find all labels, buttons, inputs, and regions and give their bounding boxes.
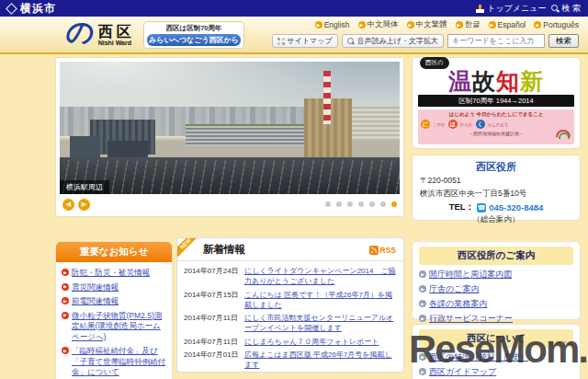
carousel-dots xyxy=(325,201,397,207)
carousel-dot[interactable] xyxy=(380,201,386,207)
rss-link[interactable]: RSS xyxy=(369,246,396,255)
lang-korean[interactable]: ▶ 한글 xyxy=(456,19,481,30)
link-label: 庁舎のご案内 xyxy=(429,284,479,295)
news-link[interactable]: こんにちは 区長です！（平成26年7月）を掲載しました xyxy=(244,290,397,310)
photo-radio-tower xyxy=(323,71,331,124)
keyword-search-input[interactable] xyxy=(447,34,545,48)
lang-spanish[interactable]: ▶ Español xyxy=(489,20,526,29)
arrow-icon: ▶ xyxy=(419,368,426,375)
arrow-icon: ▶ xyxy=(62,312,69,319)
office-address: 横浜市西区中央一丁目5番10号 xyxy=(420,189,572,200)
carousel-dot[interactable] xyxy=(358,201,364,207)
sitemap-button[interactable]: サイトマップ xyxy=(272,34,338,48)
keyword-search-button[interactable]: 検索 xyxy=(548,34,579,48)
arrow-icon: ▶ xyxy=(489,21,496,29)
news-link[interactable]: にしく市民活動支援センターリニューアルオープンイベントを開催します xyxy=(244,313,397,333)
top-search-button[interactable]: 検 索 xyxy=(551,3,581,15)
plan-subtitle: ～西区地域福祉保健計画～ xyxy=(421,131,571,136)
news-item: 2014年07月15日 こんにちは 区長です！（平成26年7月）を掲載しました xyxy=(184,290,397,310)
photo-rail-tracks xyxy=(60,160,400,194)
plan-circle: に xyxy=(421,120,430,129)
arrow-icon: ▶ xyxy=(419,315,426,322)
anniversary-badge[interactable]: 西区は区制70周年 みらいへつなごう西区から xyxy=(143,21,244,49)
important-link[interactable]: ▶ 「臨時福祉給付金」及び「子育て世帯臨時特例給付金」について xyxy=(62,346,166,378)
link-label: 防犯・防災・被災情報 xyxy=(72,268,150,279)
photo-caption: 横浜駅周辺 xyxy=(60,180,109,194)
carousel-dot[interactable] xyxy=(325,201,331,207)
guide-link[interactable]: ▶ 庁舎のご案内 xyxy=(419,284,573,295)
search-icon xyxy=(551,5,559,12)
top-search-label: 検 索 xyxy=(561,3,581,15)
plan-word: がらか xyxy=(460,122,473,127)
banner-plan: はじめよう 今日からわたしにできること に こやか ほ がらか く らしのまち … xyxy=(418,109,574,144)
important-link[interactable]: ▶ 震災関連情報 xyxy=(62,282,166,293)
guide-link[interactable]: ▶ 行政サービスコーナー xyxy=(419,314,573,325)
arrow-icon: ▶ xyxy=(62,297,69,304)
office-guide-title: 西区役所のご案内 xyxy=(419,247,573,265)
arrow-icon: ▶ xyxy=(315,21,322,29)
important-notices-title: 重要なお知らせ xyxy=(56,242,172,262)
rss-label: RSS xyxy=(380,246,396,255)
lang-zh-simplified[interactable]: ▶ 中文簡体 xyxy=(358,19,399,30)
header-divider xyxy=(0,52,588,54)
ward-header: の 西区 Nishi Ward 西区は区制70周年 みらいへつなごう西区から ▶… xyxy=(0,17,588,52)
yokohama-city-icon xyxy=(6,3,17,15)
sitemap-label: サイトマップ xyxy=(288,36,333,46)
carousel-dot[interactable] xyxy=(336,201,342,207)
ward-logo[interactable]: の 西区 Nishi Ward xyxy=(66,18,135,46)
arrow-icon: ▶ xyxy=(358,21,366,29)
about-link[interactable]: ▶ 西区の特徴（統計・歴史） xyxy=(419,352,573,363)
important-link[interactable]: ▶ 防犯・防災・被災情報 xyxy=(62,268,166,279)
voice-readout-button[interactable]: 音声読み上げ・文字拡大 xyxy=(342,34,444,48)
important-link[interactable]: ▶ 微小粒子状物質(PM2.5)測定結果(環境創造局ホームページへ) xyxy=(62,311,166,343)
about-link[interactable]: ▶ 西区ガイドマップ xyxy=(419,367,573,378)
city-name: 横浜市 xyxy=(20,1,56,17)
photo-building xyxy=(352,107,400,141)
banner-char: 温 xyxy=(448,68,472,94)
hero-carousel-card: 横浜駅周辺 ◀ ▶ xyxy=(55,57,404,217)
news-item: 2014年07月11日 にしく市民活動支援センターリニューアルオープンイベントを… xyxy=(184,313,397,333)
lang-label: 한글 xyxy=(465,19,481,30)
important-link[interactable]: ▶ 節電関連情報 xyxy=(62,296,166,307)
anniversary-banner[interactable]: 西区の 温故知新 区制70周年 1944→2014 はじめよう 今日からわたしに… xyxy=(412,57,581,149)
arrow-icon: ▶ xyxy=(419,285,426,293)
topbar-menu: トップメニュー 検 索 xyxy=(476,3,581,15)
guide-link[interactable]: ▶ 開庁時間と周辺案内図 xyxy=(419,270,573,281)
news-date: 2014年07月11日 xyxy=(184,337,241,347)
arrow-icon: ▶ xyxy=(62,283,69,291)
news-link[interactable]: にしくライトダウンキャンペーン2014 ご協力ありがとうございました xyxy=(244,266,397,286)
news-link[interactable]: にしまろちゃん７０周年フォトレポート xyxy=(244,337,379,347)
important-notices-list: ▶ 防犯・防災・被災情報 ▶ 震災関連情報 ▶ 節電関連情報 ▶ 微小粒子状物質… xyxy=(56,262,172,379)
lang-english[interactable]: ▶ English xyxy=(315,20,350,29)
banner-bubble: 西区の xyxy=(420,57,449,69)
hero-photo[interactable]: 横浜駅周辺 xyxy=(60,62,400,194)
guide-link[interactable]: ▶ 各課の業務案内 xyxy=(419,299,573,310)
lang-portuguese[interactable]: ▶ Português xyxy=(534,20,579,29)
lang-zh-traditional[interactable]: ▶ 中文繁體 xyxy=(407,19,447,30)
carousel-dot-active[interactable] xyxy=(391,201,397,207)
voice-label: 音声読み上げ・文字拡大 xyxy=(357,36,438,46)
banner-char: 新 xyxy=(520,68,544,94)
anniversary-line1: 西区は区制70周年 xyxy=(147,24,241,33)
office-postal: 〒220-0051 xyxy=(420,176,572,187)
carousel-dot[interactable] xyxy=(369,201,375,207)
about-ward-card: 西区について ▶ 西区の特徴（統計・歴史） ▶ 西区ガイドマップ xyxy=(412,324,581,379)
about-ward-title: 西区について xyxy=(419,329,573,348)
news-link[interactable]: 広報よこはま西区版 平成26年7月号を掲載します xyxy=(244,350,397,370)
city-logo[interactable]: 横浜市 xyxy=(7,1,56,17)
new-ribbon: NEW xyxy=(176,237,203,261)
important-notices-card: 重要なお知らせ ▶ 防犯・防災・被災情報 ▶ 震災関連情報 ▶ 節電関連情報 ▶… xyxy=(55,241,173,379)
top-menu-button[interactable]: トップメニュー xyxy=(476,3,546,15)
office-guide-card: 西区役所のご案内 ▶ 開庁時間と周辺案内図 ▶ 庁舎のご案内 ▶ 各課の業務案内… xyxy=(412,241,581,320)
link-label: 開庁時間と周辺案内図 xyxy=(429,270,512,281)
lang-label: Português xyxy=(543,20,579,29)
top-menu-label: トップメニュー xyxy=(487,3,546,15)
tel-number-link[interactable]: 045-320-8484 xyxy=(489,202,543,212)
ward-mark-icon: の xyxy=(64,18,96,46)
carousel-prev-button[interactable]: ◀ xyxy=(62,199,74,211)
carousel-dot[interactable] xyxy=(347,201,353,207)
banner-strip: 区制70周年 1944→2014 xyxy=(418,95,574,107)
carousel-next-button[interactable]: ▶ xyxy=(78,199,90,211)
office-tel-row: TEL： ☎ 045-320-8484 xyxy=(420,201,572,213)
arrow-icon: ▶ xyxy=(407,21,414,29)
